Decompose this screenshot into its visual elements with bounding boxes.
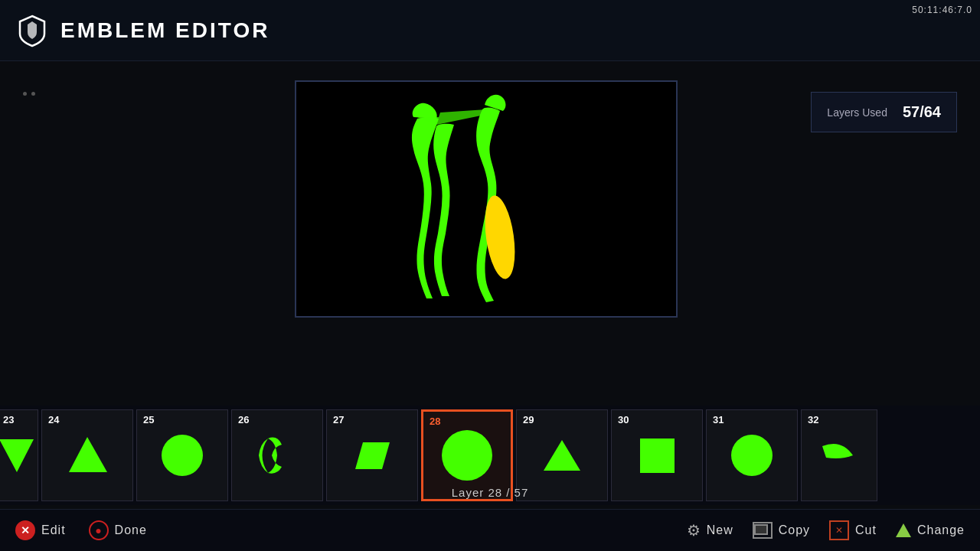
edit-x-icon: ✕ <box>15 520 35 540</box>
svg-point-3 <box>162 435 203 476</box>
bottom-bar: ✕ Edit ● Done ⚙ New Copy ✕ Cut Change <box>0 509 980 551</box>
layers-used-label: Layers Used <box>827 106 887 119</box>
svg-point-8 <box>731 435 773 476</box>
layer-item-24[interactable]: 24 <box>41 409 133 501</box>
emblem-svg <box>371 88 601 310</box>
emblem-preview <box>296 82 676 316</box>
change-icon <box>896 523 911 537</box>
layer-item-30[interactable]: 30 <box>611 409 703 501</box>
cut-button[interactable]: ✕ Cut <box>829 520 877 540</box>
copy-label: Copy <box>779 523 810 537</box>
svg-marker-6 <box>544 440 580 471</box>
svg-point-5 <box>442 430 492 481</box>
svg-point-0 <box>481 194 520 281</box>
svg-rect-7 <box>640 439 675 473</box>
edit-button[interactable]: ✕ Edit <box>15 520 66 540</box>
layer-item-31[interactable]: 31 <box>706 409 798 501</box>
svg-marker-2 <box>69 437 107 472</box>
change-label: Change <box>917 523 965 537</box>
cut-icon: ✕ <box>829 520 849 540</box>
layer-item-27[interactable]: 27 <box>326 409 418 501</box>
edit-label: Edit <box>41 523 66 537</box>
copy-button[interactable]: Copy <box>753 522 810 539</box>
emblem-canvas <box>295 80 678 318</box>
layer-item-25[interactable]: 25 <box>136 409 228 501</box>
new-button[interactable]: ⚙ New <box>687 521 733 540</box>
new-label: New <box>707 523 733 537</box>
layer-item-29[interactable]: 29 <box>516 409 608 501</box>
svg-marker-1 <box>0 439 34 472</box>
change-button[interactable]: Change <box>896 523 965 537</box>
shield-icon <box>15 14 49 47</box>
copy-icon <box>753 522 773 539</box>
top-bar: 50:11:46:7.0 EMBLEM EDITOR <box>0 0 980 61</box>
layer-item-23[interactable]: 23 <box>0 409 38 501</box>
layer-item-26[interactable]: 26 <box>231 409 323 501</box>
cut-label: Cut <box>855 523 877 537</box>
timestamp: 50:11:46:7.0 <box>912 5 972 15</box>
done-button[interactable]: ● Done <box>89 520 147 540</box>
new-icon: ⚙ <box>687 521 701 540</box>
layer-item-32[interactable]: 32 <box>801 409 877 501</box>
top-dots <box>23 92 35 96</box>
bottom-right-actions: ⚙ New Copy ✕ Cut Change <box>687 520 965 540</box>
done-label: Done <box>115 523 147 537</box>
svg-marker-4 <box>355 442 390 469</box>
layers-panel: Layers Used 57/64 <box>811 92 957 132</box>
layer-label: Layer 28 / 57 <box>452 486 529 499</box>
page-title: EMBLEM EDITOR <box>60 18 270 43</box>
layers-used-value: 57/64 <box>903 103 941 121</box>
done-circle-icon: ● <box>89 520 109 540</box>
